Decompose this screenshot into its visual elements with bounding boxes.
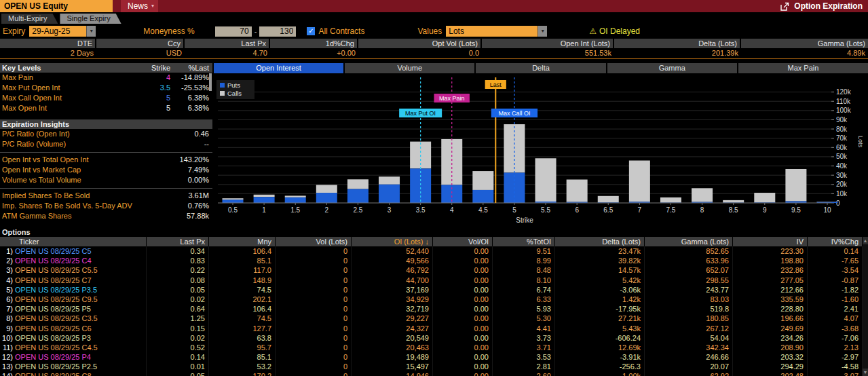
option-value-cell: 5.42k (555, 276, 645, 285)
chevron-down-icon: ▾ (86, 26, 96, 37)
news-menu-button[interactable]: News ▾ (121, 0, 158, 12)
scroll-up-icon[interactable]: ▲ (863, 237, 868, 244)
moneyness-max-input[interactable] (259, 26, 296, 37)
options-header-last-px[interactable]: Last Px (147, 237, 209, 246)
row-number: 7) (1, 304, 13, 314)
option-row[interactable]: 14)OPEN US 08/29/25 C80.05170.2014,9460.… (0, 371, 863, 376)
options-header-delta-lots[interactable]: Delta (Lots) (555, 237, 645, 246)
option-value-cell: 0.00 (433, 343, 493, 352)
tab-multi-expiry[interactable]: Multi-Expiry (1, 14, 58, 24)
option-value-cell: 0 (276, 276, 352, 285)
key-level-row[interactable]: Max Open Int56.38% (0, 103, 212, 113)
option-value-cell: 0.00 (433, 276, 493, 285)
options-scrollbar[interactable]: ▲ ▼ (863, 237, 868, 376)
option-value-cell: 249.69 (733, 324, 808, 333)
option-value-cell: 0.34 (147, 246, 209, 256)
options-header-mny[interactable]: Mny (209, 237, 276, 246)
option-row[interactable]: 11)OPEN US 08/29/25 C4.50.5295.7020,4630… (0, 343, 863, 352)
moneyness-min-input[interactable] (215, 26, 252, 37)
expiry-mode-tabs: Multi-Expiry Single Expiry (0, 12, 868, 24)
left-panel-scrollbar-thumb[interactable] (209, 73, 212, 91)
option-value-cell: 196.66 (733, 314, 808, 323)
export-button[interactable] (780, 2, 789, 11)
option-ticker-cell: 5)OPEN US 08/29/25 P3.5 (0, 285, 147, 295)
option-value-cell: 0.00 (433, 265, 493, 275)
options-header-totoi[interactable]: %TotOI (493, 237, 555, 246)
option-value-cell: 519.8 (645, 304, 733, 314)
options-header-iv-chg[interactable]: IV%Chg (808, 237, 863, 246)
key-levels-header: Key LevelsStrike%Last (0, 63, 212, 73)
option-row[interactable]: 3)OPEN US 08/29/25 C5.50.22117.0046,7920… (0, 265, 863, 275)
option-row[interactable]: 5)OPEN US 08/29/25 P3.50.0574.5037,1690.… (0, 285, 863, 295)
options-header-gamma-lots[interactable]: Gamma (Lots) (645, 237, 733, 246)
option-row[interactable]: 6)OPEN US 08/29/25 C9.50.02202.1034,9290… (0, 295, 863, 304)
option-value-cell: 0 (276, 362, 352, 371)
options-header-vol-oi[interactable]: Vol/OI (433, 237, 493, 246)
option-value-cell: 652.07 (645, 265, 733, 275)
option-value-cell: 0 (276, 352, 352, 362)
option-value-cell: 203.32 (733, 352, 808, 362)
options-header-iv[interactable]: IV (733, 237, 808, 246)
key-level-strike: 5 (138, 103, 170, 113)
option-row[interactable]: 9)OPEN US 08/29/25 C60.15127.7024,3270.0… (0, 324, 863, 333)
option-value-cell: 27.21k (555, 314, 645, 323)
summary-table: DTECcyLast Px1d%ChgOpt Vol (Lots)Open In… (0, 39, 868, 59)
x-tick-label: 3 (388, 206, 392, 214)
x-tick-label: 5 (512, 206, 516, 214)
option-value-cell: 0.83 (147, 256, 209, 265)
x-tick-label: 6 (575, 206, 579, 214)
y-tick-label: 110k (836, 98, 851, 105)
option-value-cell: 228.80 (733, 304, 808, 314)
legend-swatch (220, 83, 225, 88)
all-contracts-checkbox[interactable]: ✓ (307, 27, 315, 35)
key-level-row[interactable]: Max Call Open Int56.38% (0, 93, 212, 103)
puts-bar-segment (316, 193, 337, 203)
chart-tab-volume[interactable]: Volume (345, 63, 474, 73)
insight-row: Open Int vs Market Cap7.49% (0, 165, 212, 175)
app-window: OPEN US Equity News ▾ Option Expiration … (0, 0, 868, 376)
options-header-ticker[interactable]: Ticker (0, 237, 147, 246)
x-tick-label: 1 (262, 206, 266, 214)
options-header-oi-lots[interactable]: OI (Lots) ↓ (352, 237, 433, 246)
key-level-row[interactable]: Max Put Open Int3.5-25.53% (0, 83, 212, 93)
calls-bar-segment (254, 195, 275, 197)
option-value-cell: 20.07 (645, 362, 733, 371)
chart-tab-max-pain[interactable]: Max Pain (738, 63, 868, 73)
option-row[interactable]: 2)OPEN US 08/29/25 C40.8385.1049,5660.00… (0, 256, 863, 265)
option-row[interactable]: 7)OPEN US 08/29/25 P50.64106.4032,7190.0… (0, 304, 863, 314)
calls-bar-segment (285, 195, 306, 197)
option-row[interactable]: 10)OPEN US 08/29/25 P30.0263.8020,5490.0… (0, 333, 863, 343)
calls-bar-segment (223, 198, 244, 200)
option-value-cell: 4.41 (493, 324, 555, 333)
options-header-vol-lots[interactable]: Vol (Lots) (276, 237, 352, 246)
tab-single-expiry[interactable]: Single Expiry (60, 14, 121, 24)
option-ticker: OPEN US 08/29/25 C6 (15, 324, 92, 333)
option-row[interactable]: 12)OPEN US 08/29/25 P40.1485.1019,4890.0… (0, 352, 863, 362)
option-value-cell: 5.43k (555, 324, 645, 333)
scroll-down-icon[interactable]: ▼ (863, 369, 868, 376)
option-row[interactable]: 4)OPEN US 08/29/25 C70.08148.9044,7000.0… (0, 276, 863, 285)
option-value-cell: 54.04 (645, 333, 733, 343)
summary-header-cell: Opt Vol (Lots) (358, 39, 482, 48)
option-ticker-cell: 6)OPEN US 08/29/25 C9.5 (0, 295, 147, 304)
summary-value-cell: 4.70 (185, 48, 270, 58)
option-row[interactable]: 13)OPEN US 08/29/25 P2.50.0153.2015,4970… (0, 362, 863, 371)
chart-tab-open-interest[interactable]: Open Interest (214, 63, 343, 73)
option-value-cell: 633.96 (645, 256, 733, 265)
option-value-cell: 6.74 (493, 285, 555, 295)
values-dropdown[interactable]: Lots ▾ (446, 26, 547, 37)
insight-value: 143.20% (170, 155, 212, 165)
option-value-cell: 0 (276, 343, 352, 352)
chart-tab-gamma[interactable]: Gamma (607, 63, 737, 73)
option-value-cell: 37,169 (352, 285, 433, 295)
option-row[interactable]: 1)OPEN US 08/29/25 C50.34106.4052,4400.0… (0, 246, 863, 256)
key-level-row[interactable]: Max Pain4-14.89% (0, 73, 212, 83)
option-value-cell: 0 (276, 246, 352, 256)
option-value-cell: 232.86 (733, 265, 808, 275)
x-tick-label: 7 (638, 206, 642, 214)
option-row[interactable]: 8)OPEN US 08/29/25 C3.51.2574.5029,2270.… (0, 314, 863, 323)
expiry-dropdown[interactable]: 29-Aug-25 ▾ (29, 26, 96, 37)
security-tab[interactable]: OPEN US Equity (0, 0, 113, 12)
chart-tab-delta[interactable]: Delta (476, 63, 605, 73)
key-levels-title: Key Levels (0, 63, 138, 73)
